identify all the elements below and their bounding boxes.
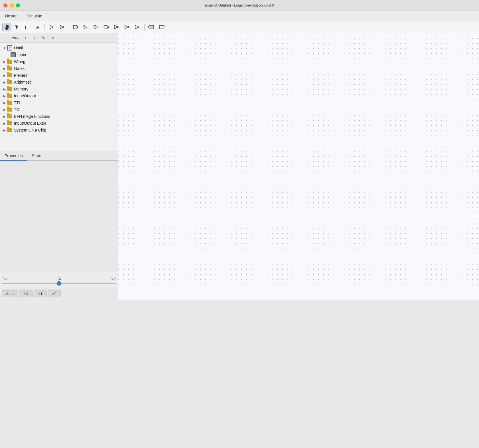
svg-marker-1: [60, 25, 63, 29]
io-extra-folder-icon: [7, 121, 13, 126]
wiring-folder-icon: [7, 59, 13, 64]
buf-gate-icon: [134, 24, 141, 30]
memory-label: Memory: [14, 87, 29, 91]
close-button[interactable]: [3, 3, 7, 7]
tcl-label: TCL: [14, 107, 21, 112]
or-gate-button[interactable]: [82, 23, 91, 31]
folder-ttl[interactable]: ▶ TTL: [0, 99, 118, 106]
delete-button[interactable]: ✕: [49, 35, 56, 41]
zoom-out-icon[interactable]: 🔍−: [2, 275, 9, 282]
nor-gate-button[interactable]: [112, 23, 121, 31]
tcl-folder-icon: [7, 107, 13, 112]
main-circuit-item[interactable]: main: [0, 51, 118, 58]
zoom-one-button[interactable]: ×1: [34, 290, 47, 297]
delete-icon: ✕: [51, 36, 54, 40]
main-area: + VHDL ↑ ↓ ✎ ✕ ▼ P: [0, 33, 479, 300]
tcl-expand-icon: ▶: [2, 107, 7, 112]
folder-gates[interactable]: ▶ Gates: [0, 65, 118, 72]
zoom-in-icon[interactable]: 🔍+: [109, 275, 116, 282]
add-icon: +: [5, 35, 7, 41]
properties-panel: Properties State: [0, 151, 118, 271]
plexers-label: Plexers: [14, 73, 27, 78]
plexers-expand-icon: ▶: [2, 73, 7, 78]
folder-arithmetic[interactable]: ▶ Arithmetic: [0, 79, 118, 86]
add-circuit-button[interactable]: +: [2, 35, 10, 41]
folder-tcl[interactable]: ▶ TCL: [0, 106, 118, 113]
ttl-folder-icon: [7, 100, 13, 105]
xor-gate-button[interactable]: [92, 23, 101, 31]
minimize-button[interactable]: [10, 3, 14, 7]
edit-button[interactable]: ✎: [40, 35, 47, 41]
folder-bfh[interactable]: ▶ BFH mega functions: [0, 113, 118, 120]
menubar: Design Simulate: [0, 11, 479, 21]
wire-tool-button[interactable]: [23, 23, 32, 31]
zoom-two-button[interactable]: ×2: [48, 290, 61, 297]
buf-gate-button[interactable]: [133, 23, 142, 31]
not-gate-button[interactable]: [123, 23, 132, 31]
input-gate-button[interactable]: [57, 23, 66, 31]
zoom-auto-button[interactable]: Auto: [2, 290, 18, 297]
main-expand-icon: [6, 53, 10, 57]
maximize-button[interactable]: [16, 3, 20, 7]
zoom-slider[interactable]: [2, 283, 116, 284]
tab-properties[interactable]: Properties: [0, 151, 27, 161]
gates-expand-icon: ▶: [2, 66, 7, 71]
arithmetic-label: Arithmetic: [14, 80, 32, 84]
project-label: Untitl...: [14, 46, 27, 50]
zoom-half-button[interactable]: ×½: [19, 290, 33, 297]
select-tool-button[interactable]: [13, 23, 22, 31]
gates-folder-icon: [7, 66, 13, 71]
separator-2: [69, 24, 69, 31]
bfh-folder-icon: [7, 114, 13, 119]
window-controls: [3, 3, 20, 7]
output-gate-button[interactable]: [47, 23, 56, 31]
svg-point-16: [117, 27, 118, 28]
nand-gate-icon: [103, 24, 110, 30]
folder-io[interactable]: ▶ Input/Output: [0, 92, 118, 99]
io-folder-icon: [7, 93, 13, 98]
project-root-item[interactable]: ▼ P Untitl...: [0, 45, 118, 51]
input-icon: [59, 24, 65, 30]
folder-io-extra[interactable]: ▶ Input/Output Extra: [0, 120, 118, 127]
probe-button[interactable]: [157, 23, 166, 31]
text-tool-button[interactable]: A: [33, 23, 42, 31]
ttl-label: TTL: [14, 100, 21, 105]
tree-toolbar: + VHDL ↑ ↓ ✎ ✕: [0, 33, 118, 43]
soc-label: System On a Chip: [14, 128, 46, 132]
io-extra-label: Input/Output Extra: [14, 121, 46, 126]
menu-simulate[interactable]: Simulate: [25, 13, 44, 19]
io-expand-icon: ▶: [2, 94, 7, 98]
folder-wiring[interactable]: ▶ Wiring: [0, 58, 118, 65]
folder-plexers[interactable]: ▶ Plexers: [0, 72, 118, 79]
vhdl-icon: VHDL: [12, 37, 19, 39]
move-up-button[interactable]: ↑: [22, 35, 29, 41]
bfh-expand-icon: ▶: [2, 114, 7, 119]
memory-expand-icon: ▶: [2, 87, 7, 91]
ttl-expand-icon: ▶: [2, 100, 7, 105]
canvas-area[interactable]: [118, 33, 479, 300]
svg-point-2: [63, 27, 64, 28]
folder-soc[interactable]: ▶ System On a Chip: [0, 127, 118, 134]
nand-gate-button[interactable]: [102, 23, 111, 31]
menu-design[interactable]: Design: [3, 13, 19, 19]
edit-icon: ✎: [42, 36, 45, 40]
properties-content: [0, 161, 118, 271]
tree-panel: ▼ P Untitl... main ▶ Wiring ▶: [0, 43, 118, 151]
chip-icon: [10, 52, 16, 57]
move-down-button[interactable]: ↓: [31, 35, 38, 41]
dot-grid: [118, 33, 479, 300]
svg-marker-20: [125, 25, 128, 29]
tab-state[interactable]: State: [27, 151, 46, 161]
memory-folder-icon: [7, 86, 13, 92]
or-gate-icon: [83, 24, 90, 30]
zoom-slider-container: [2, 283, 116, 284]
hand-tool-button[interactable]: [2, 23, 11, 31]
soc-folder-icon: [7, 128, 13, 133]
and-gate-icon: [72, 24, 79, 30]
subcircuit-button[interactable]: IC: [147, 23, 156, 31]
folder-memory[interactable]: ▶ Memory: [0, 86, 118, 92]
wiring-label: Wiring: [14, 59, 25, 64]
and-gate-button[interactable]: [71, 23, 80, 31]
svg-marker-0: [50, 25, 53, 29]
vhdl-button[interactable]: VHDL: [11, 35, 20, 41]
